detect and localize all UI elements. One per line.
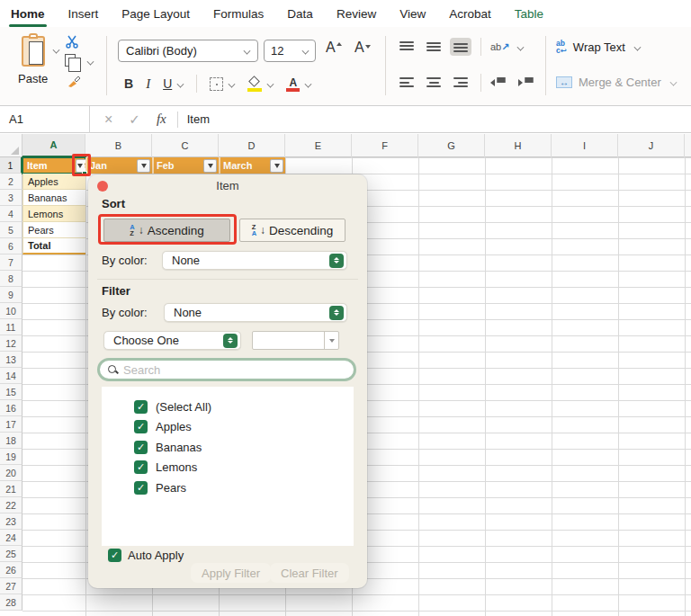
sort-by-color-select[interactable]: None — [162, 251, 347, 270]
menu-item[interactable]: Review — [337, 7, 376, 21]
row-header[interactable]: 19 — [0, 449, 22, 465]
name-box[interactable]: A1 — [0, 106, 90, 133]
borders-chevron-icon[interactable] — [229, 80, 236, 87]
fill-color-chevron-icon[interactable] — [267, 80, 274, 87]
align-left-icon[interactable] — [396, 74, 417, 92]
menu-item[interactable]: Table — [515, 7, 543, 21]
underline-button[interactable]: U — [163, 76, 172, 91]
italic-button[interactable]: I — [146, 76, 150, 92]
column-header[interactable]: C — [152, 134, 219, 157]
choose-one-select[interactable]: Choose One — [103, 331, 241, 350]
column-header[interactable]: J — [618, 134, 685, 157]
row-header[interactable]: 3 — [0, 190, 22, 206]
column-header[interactable]: I — [552, 134, 618, 157]
month-filter-button[interactable] — [137, 159, 150, 173]
table-cell[interactable]: Bananas — [22, 190, 85, 206]
enter-icon[interactable]: ✓ — [129, 112, 140, 128]
list-item[interactable]: ✓ (Select All) — [134, 397, 354, 417]
borders-icon[interactable] — [210, 77, 223, 91]
table-month-header[interactable]: Feb — [152, 157, 219, 174]
column-header[interactable]: H — [485, 134, 552, 157]
column-header[interactable]: F — [352, 134, 418, 157]
menu-item[interactable]: Page Layout — [121, 7, 190, 21]
row-header[interactable]: 13 — [0, 352, 22, 368]
column-header[interactable]: D — [219, 134, 285, 157]
sort-descending-button[interactable]: ZA ↓ Descending — [239, 219, 346, 242]
wrap-text-button[interactable]: abc↩ Wrap Text — [556, 40, 641, 54]
list-item[interactable]: ✓ Apples — [134, 417, 354, 438]
formula-input[interactable]: Item — [187, 112, 210, 126]
fill-color-icon[interactable] — [247, 76, 262, 92]
row-header[interactable]: 23 — [0, 513, 22, 530]
checkbox-checked-icon[interactable]: ✓ — [134, 420, 148, 433]
menu-item[interactable]: Data — [287, 7, 313, 21]
row-header[interactable]: 6 — [0, 238, 22, 254]
font-color-chevron-icon[interactable] — [305, 80, 312, 87]
list-item[interactable]: ✓ Bananas — [134, 437, 354, 458]
column-header[interactable]: G — [418, 134, 485, 157]
increase-indent-icon[interactable] — [518, 77, 534, 88]
paste-icon[interactable] — [22, 36, 45, 67]
cancel-icon[interactable]: × — [104, 112, 112, 128]
row-header[interactable]: 10 — [0, 303, 22, 319]
checkbox-checked-icon[interactable]: ✓ — [134, 400, 148, 414]
menu-item[interactable]: Acrobat — [449, 7, 491, 21]
increase-font-button[interactable]: A — [326, 40, 336, 56]
paste-chevron-icon[interactable] — [53, 47, 60, 54]
row-header[interactable]: 25 — [0, 546, 22, 562]
column-header[interactable]: B — [85, 134, 152, 157]
row-header[interactable]: 2 — [0, 174, 22, 190]
decrease-font-button[interactable]: A — [354, 40, 364, 56]
sort-ascending-button[interactable]: AZ ↓ Ascending — [103, 219, 230, 242]
row-header[interactable]: 20 — [0, 465, 22, 481]
row-header[interactable]: 15 — [0, 384, 22, 400]
bold-button[interactable]: B — [124, 76, 133, 91]
font-color-icon[interactable]: A — [286, 76, 300, 92]
cut-icon[interactable] — [65, 34, 79, 49]
row-header[interactable]: 17 — [0, 416, 22, 433]
filter-by-color-select[interactable]: None — [164, 303, 347, 322]
menu-item[interactable]: View — [399, 7, 426, 21]
insert-function-icon[interactable]: fx — [157, 112, 166, 127]
row-header[interactable]: 21 — [0, 481, 22, 497]
row-header[interactable]: 5 — [0, 222, 22, 238]
list-item[interactable]: ✓ Pears — [134, 478, 354, 498]
table-cell[interactable]: Lemons — [22, 206, 85, 222]
row-header[interactable]: 12 — [0, 335, 22, 352]
row-header[interactable]: 28 — [0, 594, 22, 611]
row-header[interactable]: 1 — [0, 157, 22, 174]
copy-chevron-icon[interactable] — [87, 58, 94, 66]
paste-button[interactable]: Paste — [18, 72, 48, 85]
font-size-select[interactable]: 12 — [264, 40, 316, 62]
table-cell[interactable]: Total — [22, 238, 85, 254]
row-header[interactable]: 14 — [0, 368, 22, 384]
search-input[interactable]: Search — [97, 358, 356, 381]
list-item[interactable]: ✓ Lemons — [134, 458, 354, 478]
checkbox-checked-icon[interactable]: ✓ — [134, 481, 148, 495]
font-name-select[interactable]: Calibri (Body) — [118, 40, 258, 62]
month-filter-button[interactable] — [270, 159, 283, 173]
row-header[interactable]: 8 — [0, 271, 22, 287]
row-header[interactable]: 4 — [0, 206, 22, 222]
cell-a1-item-header[interactable]: Item ↑ — [22, 157, 85, 174]
menu-item[interactable]: Insert — [68, 7, 99, 21]
month-filter-button[interactable] — [203, 159, 217, 173]
row-header[interactable]: 26 — [0, 562, 22, 578]
menu-item[interactable]: Formulas — [213, 7, 264, 21]
table-month-header[interactable]: March — [219, 157, 285, 174]
row-header[interactable]: 18 — [0, 433, 22, 449]
orientation-icon[interactable]: ab↗ — [490, 41, 509, 53]
menu-item[interactable]: Home — [11, 7, 45, 21]
checkbox-checked-icon[interactable]: ✓ — [134, 460, 148, 474]
table-cell[interactable]: Pears — [22, 222, 85, 238]
align-right-icon[interactable] — [450, 74, 471, 92]
row-header[interactable]: 7 — [0, 254, 22, 271]
auto-apply-checkbox[interactable]: ✓ Auto Apply — [108, 549, 184, 562]
checkbox-checked-icon[interactable]: ✓ — [108, 549, 121, 562]
orientation-chevron-icon[interactable] — [517, 43, 525, 50]
row-header[interactable]: 24 — [0, 530, 22, 546]
copy-icon[interactable] — [65, 54, 76, 67]
apply-filter-button[interactable]: Apply Filter — [191, 563, 271, 583]
table-cell[interactable]: Apples — [22, 174, 85, 190]
row-header[interactable]: 9 — [0, 287, 22, 303]
